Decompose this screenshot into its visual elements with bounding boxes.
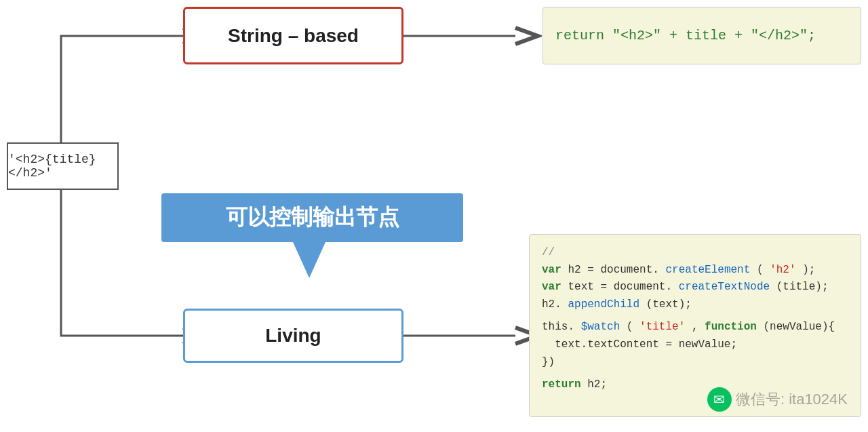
code-string-text: return "<h2>" + title + "</h2>"; xyxy=(555,28,816,43)
code-line-8: }) xyxy=(542,354,848,372)
string-based-box: String – based xyxy=(183,7,403,64)
code-line-7: text.textContent = newValue; xyxy=(542,336,848,354)
code-box-string: return "<h2>" + title + "</h2>"; xyxy=(542,7,861,64)
watermark-text: 微信号: ita1024K xyxy=(736,389,848,410)
living-label: Living xyxy=(265,325,321,347)
code-spacer2 xyxy=(542,371,848,376)
code-line-2: var h2 = document. createElement ( 'h2' … xyxy=(542,262,848,279)
watermark: ✉ 微信号: ita1024K xyxy=(707,387,848,412)
string-based-label: String – based xyxy=(228,25,359,47)
code-line-3: var text = document. createTextNode (tit… xyxy=(542,279,848,296)
svg-marker-1 xyxy=(293,242,326,278)
template-label: '<h2>{title}</h2>' xyxy=(8,153,117,180)
living-box: Living xyxy=(183,309,403,363)
code-line-4: h2. appendChild (text); xyxy=(542,296,848,314)
code-line-comment: // xyxy=(542,244,848,262)
wechat-icon: ✉ xyxy=(707,387,732,412)
code-spacer xyxy=(542,313,848,319)
control-box: 可以控制输出节点 xyxy=(161,193,463,242)
control-label: 可以控制输出节点 xyxy=(226,203,399,233)
code-line-6: this. $watch ( 'title' , function (newVa… xyxy=(542,319,848,336)
template-box: '<h2>{title}</h2>' xyxy=(7,142,119,190)
